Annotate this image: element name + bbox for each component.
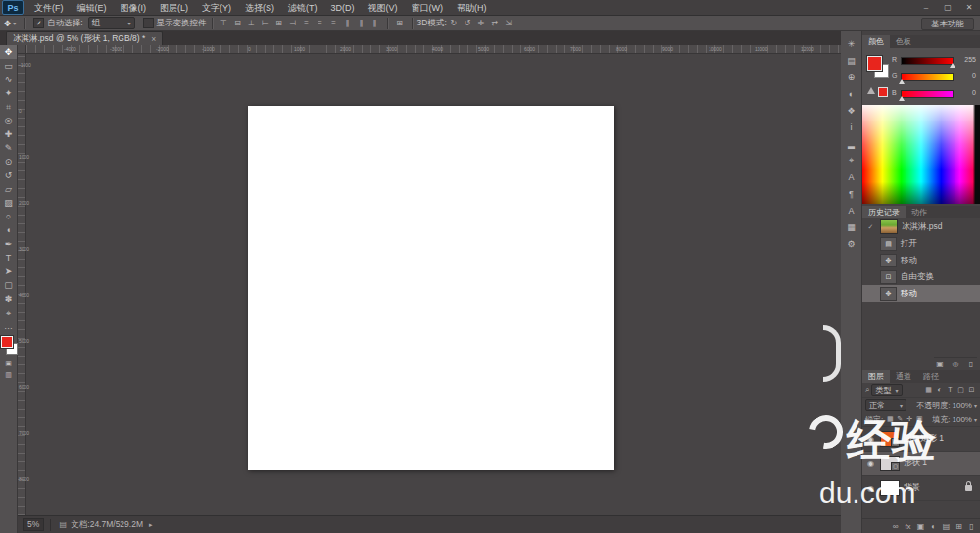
channel-gradient-bar[interactable] bbox=[901, 90, 954, 98]
new-snapshot-icon[interactable]: ◎ bbox=[950, 360, 961, 368]
styles-panel-icon[interactable]: ❖ bbox=[841, 102, 861, 119]
delete-state-icon[interactable]: ▯ bbox=[965, 360, 977, 368]
menu-item[interactable]: 文件(F) bbox=[27, 0, 71, 16]
distribute-horizontal-centers-icon[interactable]: ∥ bbox=[355, 19, 368, 27]
blur-tool[interactable]: ○ bbox=[0, 210, 17, 223]
3d-rotate-icon[interactable]: ↻ bbox=[447, 19, 461, 27]
adjustments-panel-icon[interactable]: ◐ bbox=[841, 85, 861, 102]
filter-shape-layers-icon[interactable]: ▢ bbox=[956, 386, 966, 394]
color-spectrum-ramp[interactable] bbox=[862, 105, 980, 204]
menu-item[interactable]: 选择(S) bbox=[238, 0, 281, 16]
panel-tab[interactable]: 通道 bbox=[890, 370, 917, 383]
history-state-row[interactable]: ✥ 移动 bbox=[862, 252, 980, 268]
layer-comps-panel-icon[interactable]: ▦ bbox=[841, 218, 861, 235]
minimize-button[interactable]: – bbox=[915, 0, 937, 16]
distribute-vertical-centers-icon[interactable]: ≡ bbox=[314, 19, 327, 27]
channel-value[interactable]: 0 bbox=[972, 89, 976, 96]
brush-presets-panel-icon[interactable]: ▤ bbox=[841, 52, 861, 69]
visibility-eye-icon[interactable]: ◉ bbox=[865, 460, 876, 468]
layer-thumbnail[interactable]: ▢ bbox=[880, 456, 900, 471]
visibility-eye-icon[interactable]: ◉ bbox=[865, 435, 876, 444]
distribute-bottom-edges-icon[interactable]: ≡ bbox=[327, 19, 341, 27]
hand-tool[interactable]: ✽ bbox=[0, 292, 17, 306]
link-layers-icon[interactable]: ∞ bbox=[889, 522, 902, 531]
type-tool[interactable]: T bbox=[0, 251, 17, 265]
history-state-row[interactable]: ✥ 移动 bbox=[862, 285, 980, 302]
channel-slider-handle[interactable] bbox=[899, 96, 905, 101]
new-adjustment-layer-icon[interactable]: ◐ bbox=[927, 522, 940, 531]
channel-value[interactable]: 0 bbox=[972, 73, 976, 79]
document-canvas[interactable] bbox=[248, 106, 614, 470]
filter-smart-objects-icon[interactable]: ⊡ bbox=[966, 386, 977, 394]
distribute-right-edges-icon[interactable]: ∥ bbox=[368, 19, 382, 27]
clone-stamp-tool[interactable]: ⊙ bbox=[0, 155, 17, 169]
new-document-from-state-icon[interactable]: ▣ bbox=[934, 360, 946, 368]
filter-type-dropdown[interactable]: 类型 ▾ bbox=[871, 384, 902, 396]
healing-brush-tool[interactable]: ✚ bbox=[0, 127, 17, 141]
panel-tab[interactable]: 色板 bbox=[890, 35, 917, 48]
channel-gradient-bar[interactable] bbox=[901, 57, 954, 65]
panel-tab[interactable]: 历史记录 bbox=[862, 206, 906, 218]
blend-mode-dropdown[interactable]: 正常 ▾ bbox=[865, 399, 906, 411]
lock-pixels-icon[interactable]: ✎ bbox=[895, 415, 905, 423]
gradient-tool[interactable]: ▨ bbox=[0, 196, 17, 210]
align-right-edges-icon[interactable]: ⊣ bbox=[286, 19, 300, 27]
layer-thumbnail[interactable]: ▢ bbox=[880, 480, 900, 496]
history-brush-tool[interactable]: ↺ bbox=[0, 169, 17, 182]
opacity-value[interactable]: 100% bbox=[953, 401, 972, 410]
layer-thumbnail[interactable]: ▢ bbox=[880, 431, 900, 447]
3d-drag-icon[interactable]: ✛ bbox=[474, 19, 488, 27]
navigator-panel-icon[interactable]: ⌖ bbox=[841, 152, 861, 169]
distribute-top-edges-icon[interactable]: ≡ bbox=[300, 19, 314, 27]
character-styles-panel-icon[interactable]: A bbox=[841, 202, 861, 218]
filter-pixel-layers-icon[interactable]: ▦ bbox=[923, 386, 934, 394]
foreground-color-swatch[interactable] bbox=[867, 56, 882, 71]
web-safe-color-swatch[interactable] bbox=[878, 87, 888, 97]
lasso-tool[interactable]: ∿ bbox=[0, 73, 17, 86]
menu-item[interactable]: 帮助(H) bbox=[450, 0, 494, 16]
history-snapshot-row[interactable]: ✓ 冰淇淋.psd bbox=[862, 218, 980, 235]
channel-slider-handle[interactable] bbox=[950, 63, 956, 68]
menu-item[interactable]: 文字(Y) bbox=[195, 0, 238, 16]
close-tab-icon[interactable]: × bbox=[151, 34, 156, 44]
close-button[interactable]: ✕ bbox=[958, 0, 980, 16]
layer-row[interactable]: ◉ ▢ 背景 bbox=[862, 476, 980, 501]
visibility-eye-icon[interactable]: ◉ bbox=[865, 484, 876, 493]
workspace-switcher-button[interactable]: 基本功能 bbox=[921, 18, 974, 30]
horizontal-ruler[interactable]: -4000-3000-2000-100001000200030004000500… bbox=[26, 45, 841, 54]
gamut-warning-icon[interactable] bbox=[867, 87, 875, 94]
document-tab[interactable]: 冰淇淋.psd @ 5% (形状 1, RGB/8) * × bbox=[6, 31, 163, 45]
lock-position-icon[interactable]: ✛ bbox=[905, 415, 914, 423]
history-state-row[interactable]: ▤ 打开 bbox=[862, 235, 980, 252]
add-layer-mask-icon[interactable]: ▣ bbox=[914, 522, 927, 531]
zoom-level-field[interactable]: 5% bbox=[23, 518, 44, 531]
layer-name[interactable]: 形状 1 bbox=[904, 458, 927, 469]
lock-all-icon[interactable]: ▣ bbox=[914, 415, 924, 423]
3d-roll-icon[interactable]: ↺ bbox=[461, 19, 474, 27]
align-left-edges-icon[interactable]: ⊢ bbox=[259, 19, 272, 27]
align-bottom-edges-icon[interactable]: ⊥ bbox=[245, 19, 259, 27]
align-horizontal-centers-icon[interactable]: ⊞ bbox=[272, 19, 286, 27]
channel-gradient-bar[interactable] bbox=[901, 73, 954, 81]
marquee-tool[interactable]: ▭ bbox=[0, 59, 17, 73]
edit-toolbar-ellipsis[interactable]: … bbox=[0, 319, 17, 333]
distribute-left-edges-icon[interactable]: ∥ bbox=[341, 19, 355, 27]
show-transform-checkbox[interactable] bbox=[143, 18, 154, 28]
panel-tab[interactable]: 路径 bbox=[917, 370, 945, 383]
auto-select-checkbox[interactable]: ✓ bbox=[33, 18, 44, 28]
panel-tab[interactable]: 图层 bbox=[862, 370, 890, 383]
3d-scale-icon[interactable]: ⇲ bbox=[502, 19, 515, 27]
menu-item[interactable]: 窗口(W) bbox=[405, 0, 451, 16]
fill-value[interactable]: 100% bbox=[953, 415, 972, 424]
paragraph-panel-icon[interactable]: ¶ bbox=[841, 185, 861, 202]
menu-item[interactable]: 编辑(E) bbox=[71, 0, 114, 16]
align-top-edges-icon[interactable]: ⊤ bbox=[218, 19, 231, 27]
move-tool-preset[interactable]: ✥ ▾ bbox=[0, 19, 20, 28]
move-tool[interactable]: ✥ bbox=[0, 45, 17, 59]
layer-name[interactable]: 圆角矩形 1 bbox=[904, 433, 944, 445]
character-panel-icon[interactable]: A bbox=[841, 169, 861, 185]
canvas-area[interactable]: -4000-3000-2000-100001000200030004000500… bbox=[18, 45, 841, 515]
layer-row[interactable]: ◉ ▢ 形状 1 bbox=[862, 452, 980, 476]
path-selection-tool[interactable]: ➤ bbox=[0, 265, 17, 278]
auto-select-dropdown[interactable]: 组 ▾ bbox=[88, 17, 135, 29]
